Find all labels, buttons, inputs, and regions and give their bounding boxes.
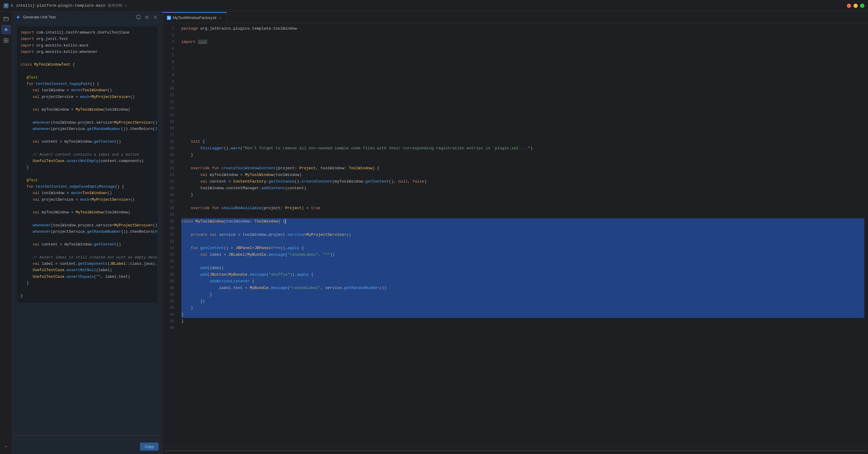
line-num-10: 10: [163, 85, 174, 92]
line-num-39: 39: [163, 278, 174, 285]
test2-line-8: UsefulTestCase.assertNotNull(label): [21, 267, 154, 274]
ai-panel-footer: Copy: [12, 439, 162, 454]
ann-2: @Test: [21, 177, 154, 184]
svg-rect-4: [6, 41, 8, 42]
svg-rect-1: [4, 38, 6, 40]
editor-line-4: [181, 46, 864, 52]
line-num-15: 15: [163, 119, 174, 125]
line-num-7: 7: [163, 65, 174, 72]
blank-3: [21, 100, 154, 107]
more-dots-icon: ⋯: [4, 444, 7, 450]
test2-line-4: whenever(toolWindow.project.service<MyPr…: [21, 222, 154, 229]
editor-line-46: [181, 325, 864, 331]
editor-line-28: override fun shouldBeAvailable(project: …: [181, 205, 864, 212]
line-num-12: 12: [163, 98, 174, 105]
blank-9: [21, 216, 154, 222]
test2-cmt: // Assert label is still created but wit…: [21, 254, 154, 261]
ai-panel-header: Generate Unit Test: [12, 11, 162, 23]
line-num-30: 30: [163, 218, 174, 225]
close-dot[interactable]: [847, 4, 851, 8]
editor-line-25: toolWindow.contentManager.addContent(con…: [181, 185, 864, 192]
sidebar-item-plugins[interactable]: [1, 36, 11, 46]
editor-line-20: }: [181, 152, 864, 158]
test1-cmt: // Assert content contains a label and a…: [21, 152, 154, 158]
editor-area: K MyToolWindowFactory.kt × 1 2 3 4 5 6 7…: [163, 11, 868, 454]
line-num-21: 21: [163, 158, 174, 165]
generated-code-block: import com.intellij.testFramework.Useful…: [17, 27, 157, 303]
blank-6: [21, 145, 154, 152]
line-num-28: 28: [163, 205, 174, 212]
test2-close: }: [21, 280, 154, 286]
import-line-3: import org.mockito.kotlin.mock: [21, 42, 154, 49]
svg-rect-5: [136, 16, 140, 19]
line-num-29: 29: [163, 212, 174, 218]
import-line-1: import com.intellij.testFramework.Useful…: [21, 30, 154, 36]
minimize-dot[interactable]: [854, 4, 858, 8]
code-content[interactable]: package org.jetbrains.plugins.template.t…: [178, 23, 868, 447]
line-num-46: 46: [163, 325, 174, 331]
ai-panel: Generate Unit Test: [12, 11, 163, 454]
line-num-14: 14: [163, 112, 174, 119]
editor-line-36: [181, 258, 864, 265]
kotlin-file-icon: K: [167, 16, 171, 20]
code-editor[interactable]: 1 2 3 4 5 6 7 8 9 10 11 12 13 14 15 16 1…: [163, 23, 868, 447]
tab-mytoolwindowfactory[interactable]: K MyToolWindowFactory.kt ×: [163, 12, 227, 23]
test2-line-1: val toolWindow = mock<ToolWindow>(): [21, 190, 154, 196]
editor-line-11: [181, 92, 864, 98]
editor-line-5: [181, 52, 864, 59]
editor-horizontal-scrollbar[interactable]: [164, 450, 866, 451]
test2-decl: fun testGetContent_edgeCaseEmptyMessage(…: [21, 184, 154, 190]
line-num-44: 44: [163, 311, 174, 318]
line-num-13: 13: [163, 105, 174, 112]
test1-line-5: whenever(projectService.getRandomNumber(…: [21, 126, 154, 132]
vcs-chevron[interactable]: ▾: [125, 4, 127, 7]
line-num-19: 19: [163, 145, 174, 152]
line-num-2: 2: [163, 32, 174, 39]
line-num-37: 37: [163, 265, 174, 271]
app-icon: ≡: [4, 3, 8, 8]
test2-line-5: whenever(projectService.getRandomNumber(…: [21, 229, 154, 235]
title-bar: ≡ K intellij-platform-plugin-template-ma…: [0, 0, 868, 11]
line-num-34: 34: [163, 245, 174, 251]
editor-line-42: }): [181, 298, 864, 305]
editor-line-23: val myToolWindow = MyToolWindow(toolWind…: [181, 172, 864, 178]
editor-line-19: thisLogger().warn("Don't forget to remov…: [181, 145, 864, 152]
editor-line-45: }: [181, 318, 864, 325]
editor-line-6: [181, 59, 864, 65]
class-decl: class MyToolWindowTest {: [21, 62, 154, 68]
project-name: intellij-platform-plugin-template-main: [16, 3, 105, 8]
line-num-40: 40: [163, 285, 174, 292]
copy-button[interactable]: Copy: [140, 443, 159, 451]
line-num-45: 45: [163, 318, 174, 325]
class-close: }: [21, 293, 154, 299]
line-num-5: 5: [163, 52, 174, 59]
sidebar-item-more[interactable]: ⋯: [1, 442, 11, 452]
sidebar-item-ai[interactable]: [1, 25, 11, 34]
maximize-dot[interactable]: [860, 4, 864, 8]
svg-rect-2: [6, 38, 8, 40]
ai-panel-title: Generate Unit Test: [23, 15, 56, 19]
line-num-41: 41: [163, 292, 174, 298]
blank-2: [21, 68, 154, 75]
line-num-17: 17: [163, 132, 174, 139]
editor-line-7: [181, 65, 864, 72]
vcs-dropdown[interactable]: 版本控制: [108, 3, 122, 8]
close-panel-button[interactable]: [152, 14, 159, 21]
editor-line-12: [181, 98, 864, 105]
editor-line-37: add(label): [181, 265, 864, 271]
window-controls: [847, 4, 864, 8]
horizontal-scrollbar[interactable]: [14, 435, 160, 436]
sidebar-item-folder[interactable]: [1, 14, 11, 24]
test1-line-1: val toolWindow = mock<ToolWindow>(): [21, 87, 154, 94]
editor-line-1: package org.jetbrains.plugins.template.t…: [181, 25, 864, 32]
line-num-22: 22: [163, 165, 174, 172]
open-in-editor-button[interactable]: [135, 14, 142, 21]
tab-close-button[interactable]: ×: [218, 16, 222, 20]
import-line-4: import org.mockito.kotlin.whenever: [21, 49, 154, 55]
ai-panel-content[interactable]: import com.intellij.testFramework.Useful…: [12, 23, 162, 432]
line-num-33: 33: [163, 238, 174, 245]
settings-button[interactable]: [144, 14, 150, 21]
editor-line-38: add(JButton(MyBundle.message("shuffle"))…: [181, 271, 864, 278]
test2-line-7: val label = content.getComponents(JBLabe…: [21, 261, 154, 267]
editor-line-44: }: [181, 311, 864, 318]
